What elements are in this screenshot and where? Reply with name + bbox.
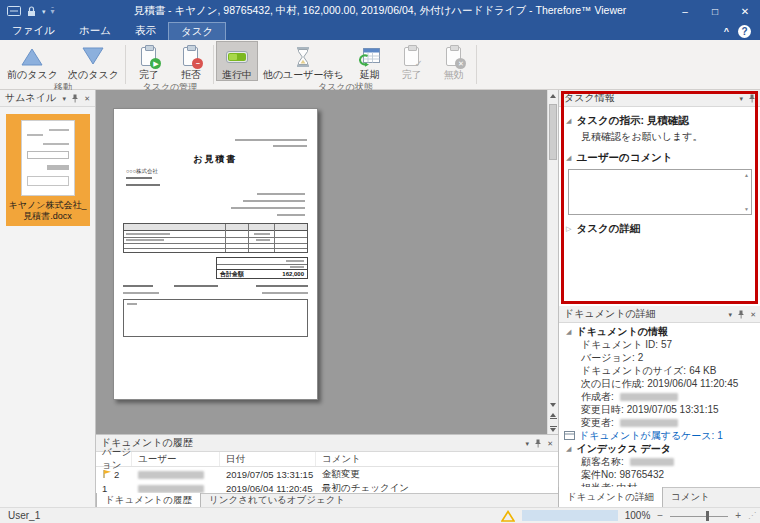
- zoom-slider-thumb[interactable]: [706, 511, 709, 521]
- tab-home[interactable]: ホーム: [67, 22, 123, 40]
- doc-total-box: 合計金額 162,000: [216, 257, 308, 279]
- toggle-green-icon: [226, 44, 248, 69]
- doc-line: [235, 139, 307, 141]
- column-user[interactable]: ユーザー: [132, 452, 220, 466]
- index-field: 案件No: 98765432: [559, 468, 760, 481]
- next-page-icon[interactable]: [548, 423, 558, 434]
- pin-icon[interactable]: [534, 439, 542, 448]
- close-icon[interactable]: ✕: [84, 95, 90, 102]
- close-icon[interactable]: ✕: [547, 440, 553, 447]
- scroll-down-icon[interactable]: [548, 399, 558, 410]
- redacted-user: [138, 471, 204, 479]
- tab-document-history[interactable]: ドキュメントの履歴: [96, 493, 201, 507]
- help-icon[interactable]: ?: [738, 25, 751, 38]
- task-details-header[interactable]: ▷ タスクの詳細: [566, 222, 760, 236]
- minimize-button[interactable]: –: [670, 0, 700, 22]
- scrollbar-thumb[interactable]: [549, 104, 557, 160]
- pin-icon[interactable]: [737, 310, 745, 319]
- redacted-user: [138, 485, 204, 493]
- ribbon-group-task-state: 進行中 他のユーザー待ち 延期 ✓ 完了 ✕ 無効: [214, 40, 477, 89]
- complete-task-button[interactable]: ▶ 完了: [128, 41, 170, 81]
- task-instruction-header[interactable]: ◢ タスクの指示: 見積確認: [566, 114, 760, 128]
- detail-field: バージョン: 2: [559, 351, 760, 364]
- chevron-down-icon[interactable]: ▾: [42, 8, 46, 15]
- expanded-arrow-icon: ◢: [566, 154, 571, 162]
- doc-customer-name: ○○○株式会社: [126, 168, 158, 175]
- document-info-header[interactable]: ◢ ドキュメントの情報: [559, 325, 760, 338]
- clipboard-play-icon: ▶: [141, 44, 156, 69]
- case-icon: [564, 431, 575, 440]
- thumbnail-panel-header: サムネイル ▾ ✕: [0, 90, 95, 107]
- reject-task-button[interactable]: − 拒否: [170, 41, 212, 81]
- close-icon[interactable]: ✕: [750, 311, 756, 318]
- doc-line: [123, 285, 153, 287]
- window-title: 見積書 - キヤノン, 98765432, 中村, 162,000.00, 20…: [134, 4, 627, 18]
- zoom-slider[interactable]: [670, 511, 728, 521]
- tab-comments[interactable]: コメント: [663, 488, 718, 507]
- calendar-refresh-icon: [359, 44, 381, 69]
- document-icon[interactable]: [7, 6, 21, 16]
- scroll-down-icon[interactable]: ▼: [744, 206, 749, 212]
- vertical-scrollbar[interactable]: [547, 90, 558, 434]
- close-button[interactable]: ✕: [730, 0, 760, 22]
- chevron-down-icon[interactable]: ▾: [729, 311, 733, 318]
- resize-grip[interactable]: ⋰: [748, 511, 756, 520]
- column-date[interactable]: 日付: [220, 452, 316, 466]
- thumbnail-item[interactable]: キヤノン株式会社_ 見積書.docx: [6, 114, 90, 226]
- chevron-down-icon[interactable]: ▾: [63, 95, 67, 102]
- zoom-in-button[interactable]: +: [735, 510, 741, 521]
- prev-task-button[interactable]: 前のタスク: [2, 41, 63, 81]
- quick-access-toolbar: ▾ ▾̄: [0, 5, 55, 17]
- tab-document-details[interactable]: ドキュメントの詳細: [558, 487, 663, 507]
- doc-items-table: [123, 223, 308, 253]
- column-version[interactable]: バージョン: [96, 452, 132, 466]
- in-progress-button[interactable]: 進行中: [216, 41, 258, 81]
- history-tab-bar: ドキュメントの履歴 リンクされているオブジェクト: [96, 493, 558, 507]
- thumbnail-panel-title: サムネイル: [5, 91, 56, 105]
- thumbnail-page-preview: [21, 120, 75, 196]
- pin-icon[interactable]: [748, 94, 756, 103]
- waiting-other-user-button[interactable]: 他のユーザー待ち: [258, 41, 349, 81]
- ribbon-tab-bar: ファイル ホーム 表示 タスク ^ ?: [0, 22, 760, 40]
- tab-task[interactable]: タスク: [168, 22, 226, 40]
- details-panel-header: ドキュメントの詳細 ▾ ✕: [559, 306, 760, 323]
- doc-line: [231, 207, 305, 209]
- collapse-ribbon-icon[interactable]: ^: [724, 26, 729, 36]
- chevron-down-icon[interactable]: ▾: [526, 440, 530, 447]
- qat-customize-icon[interactable]: ▾̄: [51, 7, 55, 16]
- pin-icon[interactable]: [71, 94, 79, 103]
- user-comment-header[interactable]: ◢ ユーザーのコメント: [566, 151, 760, 165]
- scroll-up-icon[interactable]: ▲: [744, 172, 749, 178]
- doc-line: [126, 177, 152, 179]
- doc-line: [123, 292, 159, 294]
- detail-field: ドキュメント ID: 57: [559, 338, 760, 351]
- tab-linked-objects[interactable]: リンクされているオブジェクト: [201, 494, 353, 507]
- postpone-button[interactable]: 延期: [349, 41, 391, 81]
- next-task-button[interactable]: 次のタスク: [63, 41, 124, 81]
- scroll-up-icon[interactable]: [548, 90, 558, 101]
- tab-view[interactable]: 表示: [123, 22, 168, 40]
- lock-icon[interactable]: [26, 5, 37, 17]
- doc-line: [257, 193, 305, 195]
- user-comment-input[interactable]: [569, 170, 751, 214]
- maximize-button[interactable]: □: [700, 0, 730, 22]
- case-link[interactable]: ドキュメントが属するケース: 1: [559, 429, 760, 442]
- index-data-header[interactable]: ◢ インデックス データ: [559, 442, 760, 455]
- redacted-value: [620, 419, 678, 427]
- chevron-down-icon[interactable]: ▾: [739, 95, 743, 102]
- history-row[interactable]: 2 2019/07/05 13:31:15 金額変更: [96, 467, 558, 481]
- status-progress-bar: [522, 510, 618, 521]
- ribbon: 前のタスク 次のタスク 移動 ▶ 完了 − 拒否 タスクの管理 進行中: [0, 40, 760, 90]
- zoom-out-button[interactable]: −: [657, 510, 663, 521]
- checked-out-icon: [102, 469, 112, 479]
- hourglass-icon: [294, 44, 312, 69]
- prev-page-icon[interactable]: [548, 411, 558, 422]
- details-tab-bar: ドキュメントの詳細 コメント: [558, 487, 760, 507]
- clipboard-x-icon: ✕: [446, 44, 461, 69]
- clipboard-minus-icon: −: [183, 44, 198, 69]
- done-button: ✓ 完了: [391, 41, 433, 81]
- tab-file[interactable]: ファイル: [0, 22, 67, 40]
- column-comment[interactable]: コメント: [316, 452, 558, 466]
- right-panel-column: タスク情報 ▾ ◢ タスクの指示: 見積確認 見積確認をお願いします。 ◢ ユー…: [558, 90, 760, 487]
- invalid-button: ✕ 無効: [433, 41, 475, 81]
